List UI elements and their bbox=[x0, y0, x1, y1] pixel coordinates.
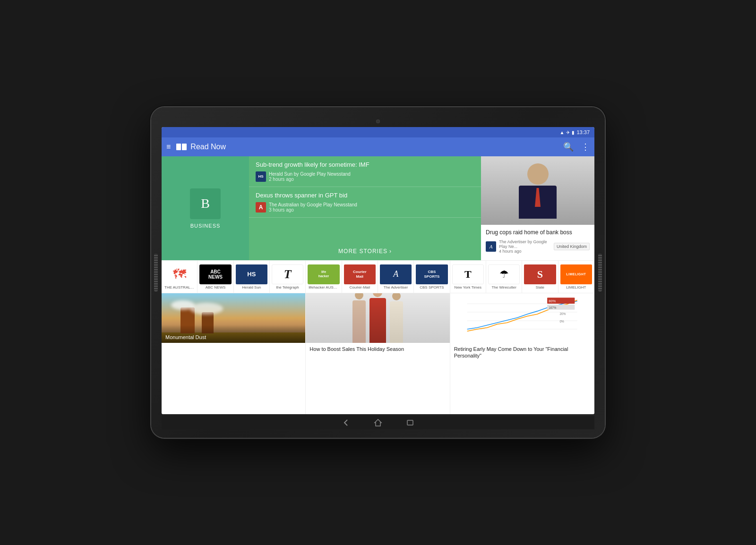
source-limelight[interactable]: LIMELIGHT LIMELIGHT bbox=[558, 261, 594, 293]
right-article-content: Drug cops raid home of bank boss A The A… bbox=[481, 225, 594, 260]
story-headline-1: Sub-trend growth likely for sometime: IM… bbox=[256, 161, 474, 169]
desert-overlay: Monumental Dust bbox=[162, 325, 305, 343]
umbrella-logo: ☂ bbox=[488, 264, 520, 284]
source-the-advertiser[interactable]: A The Advertiser bbox=[378, 261, 414, 293]
camera bbox=[376, 119, 380, 123]
person-image bbox=[481, 156, 594, 225]
back-icon bbox=[342, 418, 350, 427]
right-article-panel[interactable]: Drug cops raid home of bank boss A The A… bbox=[481, 156, 594, 260]
stock-chart: 80% 167% 20% 0% bbox=[452, 295, 592, 338]
abc-news-logo: ABCNEWS bbox=[199, 264, 231, 284]
story-item-1[interactable]: Sub-trend growth likely for sometime: IM… bbox=[249, 156, 481, 187]
source-telegraph[interactable]: T the Telegraph bbox=[270, 261, 306, 293]
svg-text:80%: 80% bbox=[549, 299, 556, 303]
svg-marker-13 bbox=[375, 419, 381, 426]
fashion-headline: How to Boost Sales This Holiday Season bbox=[309, 346, 446, 352]
recents-icon bbox=[406, 418, 414, 427]
status-icons: ▲ ✈ ▮ 13:37 bbox=[560, 129, 590, 135]
sources-row: 🗺 THE AUSTRALIAN ABCNEWS ABC NEWS HS Her… bbox=[162, 260, 594, 293]
bottom-cards: Monumental Dust bbox=[162, 293, 594, 414]
advertiser-logo: A bbox=[486, 241, 496, 252]
airplane-icon: ✈ bbox=[566, 130, 570, 135]
recents-button[interactable] bbox=[406, 418, 414, 427]
svg-rect-14 bbox=[407, 420, 413, 425]
herald-sun-logo: HS bbox=[236, 264, 267, 284]
source-herald-sun[interactable]: HS Herald Sun bbox=[234, 261, 270, 293]
chart-headline: Retiring Early May Come Down to Your "Fi… bbox=[454, 346, 590, 359]
more-stories-button[interactable]: MORE STORIES › bbox=[249, 242, 481, 260]
tablet-device: ▲ ✈ ▮ 13:37 ≡ Read Now 🔍 ⋮ bbox=[151, 107, 605, 438]
source-name-limelight: LIMELIGHT bbox=[560, 285, 592, 290]
source-the-australian[interactable]: 🗺 THE AUSTRALIAN bbox=[162, 261, 198, 293]
fashion-card-content: How to Boost Sales This Holiday Season bbox=[306, 343, 449, 355]
story-source-2: The Australian by Google Play Newsstand bbox=[269, 202, 357, 207]
source-slate[interactable]: S Slate bbox=[522, 261, 558, 293]
courier-mail-logo: CourierMail bbox=[344, 264, 376, 284]
source-name-telegraph: the Telegraph bbox=[272, 285, 303, 290]
svg-text:20%: 20% bbox=[559, 312, 566, 315]
chart-card-image: 80% 167% 20% 0% bbox=[450, 293, 594, 343]
source-name-slate: Slate bbox=[524, 285, 556, 290]
chart-card[interactable]: 80% 167% 20% 0% Retiring Early May Come … bbox=[450, 293, 594, 414]
story-logo-1: HS bbox=[256, 171, 266, 182]
cbs-sports-logo: CBSSPORTS bbox=[416, 264, 447, 284]
content-area: B BUSINESS Sub-trend growth likely for s… bbox=[162, 156, 594, 414]
hero-section: B BUSINESS Sub-trend growth likely for s… bbox=[162, 156, 594, 260]
source-name-umbrella: The Wirecutter bbox=[488, 285, 520, 290]
person-tie bbox=[535, 188, 541, 207]
the-advertiser-logo: A bbox=[380, 264, 412, 284]
fashion-card[interactable]: How to Boost Sales This Holiday Season bbox=[306, 293, 450, 414]
home-button[interactable] bbox=[374, 418, 382, 427]
fashion-bg bbox=[306, 293, 449, 343]
more-options-button[interactable]: ⋮ bbox=[581, 142, 590, 152]
source-cbs-sports[interactable]: CBSSPORTS CBS SPORTS bbox=[414, 261, 450, 293]
svg-text:0%: 0% bbox=[559, 320, 564, 323]
figure-2 bbox=[369, 298, 386, 343]
person-body bbox=[519, 186, 557, 219]
svg-rect-0 bbox=[176, 144, 181, 150]
cloud-2 bbox=[190, 303, 223, 315]
source-name-lifehacker: lifehacker AUSTRALIA bbox=[308, 285, 339, 290]
svg-rect-1 bbox=[182, 144, 187, 150]
desert-card[interactable]: Monumental Dust bbox=[162, 293, 306, 414]
business-icon: B bbox=[190, 188, 221, 219]
business-category-card[interactable]: B BUSINESS bbox=[162, 156, 249, 260]
story-item-2[interactable]: Dexus throws spanner in GPT bid A The Au… bbox=[249, 187, 481, 218]
source-courier-mail[interactable]: CourierMail Courier-Mail bbox=[342, 261, 378, 293]
source-name-nyt: New York Times bbox=[452, 285, 484, 290]
status-bar: ▲ ✈ ▮ 13:37 bbox=[162, 127, 594, 137]
wifi-icon: ▲ bbox=[560, 130, 565, 135]
right-source-text: The Advertiser by Google Play Ne... bbox=[499, 239, 551, 249]
source-abc-news[interactable]: ABCNEWS ABC NEWS bbox=[198, 261, 233, 293]
source-nyt[interactable]: T New York Times bbox=[450, 261, 486, 293]
source-name-cbs: CBS SPORTS bbox=[416, 285, 447, 290]
hamburger-menu-button[interactable]: ≡ bbox=[166, 143, 171, 151]
svg-text:167%: 167% bbox=[549, 306, 557, 309]
source-name-herald: Herald Sun bbox=[236, 285, 267, 290]
source-name-advertiser: The Advertiser bbox=[380, 285, 412, 290]
right-article-image bbox=[481, 156, 594, 225]
story-time-2: 3 hours ago bbox=[269, 207, 357, 213]
back-button[interactable] bbox=[342, 418, 350, 427]
right-article-meta: A The Advertiser by Google Play Ne... 4 … bbox=[486, 239, 590, 254]
search-button[interactable]: 🔍 bbox=[563, 142, 574, 152]
stories-panel: Sub-trend growth likely for sometime: IM… bbox=[249, 156, 481, 260]
tablet-top-bar bbox=[162, 116, 594, 127]
source-umbrella[interactable]: ☂ The Wirecutter bbox=[486, 261, 522, 293]
story-meta-1: HS Herald Sun by Google Play Newsstand 2… bbox=[256, 171, 474, 182]
tablet-nav-bar bbox=[162, 416, 594, 429]
the-australian-logo: 🗺 bbox=[163, 264, 195, 284]
screen: ▲ ✈ ▮ 13:37 ≡ Read Now 🔍 ⋮ bbox=[162, 127, 594, 414]
source-name-abc: ABC NEWS bbox=[199, 285, 231, 290]
source-name-courier: Courier-Mail bbox=[344, 285, 376, 290]
source-lifehacker[interactable]: lifehacker lifehacker AUSTRALIA bbox=[306, 261, 342, 293]
app-title: Read Now bbox=[190, 143, 559, 151]
app-toolbar: ≡ Read Now 🔍 ⋮ bbox=[162, 137, 594, 156]
story-source-1: Herald Sun by Google Play Newsstand bbox=[269, 171, 351, 177]
story-logo-2: A bbox=[256, 202, 266, 213]
person-head bbox=[527, 163, 549, 185]
region-badge: United Kingdom bbox=[554, 243, 590, 250]
slate-logo: S bbox=[524, 264, 556, 284]
right-time-text: 4 hours ago bbox=[499, 249, 551, 254]
telegraph-logo: T bbox=[272, 264, 303, 284]
